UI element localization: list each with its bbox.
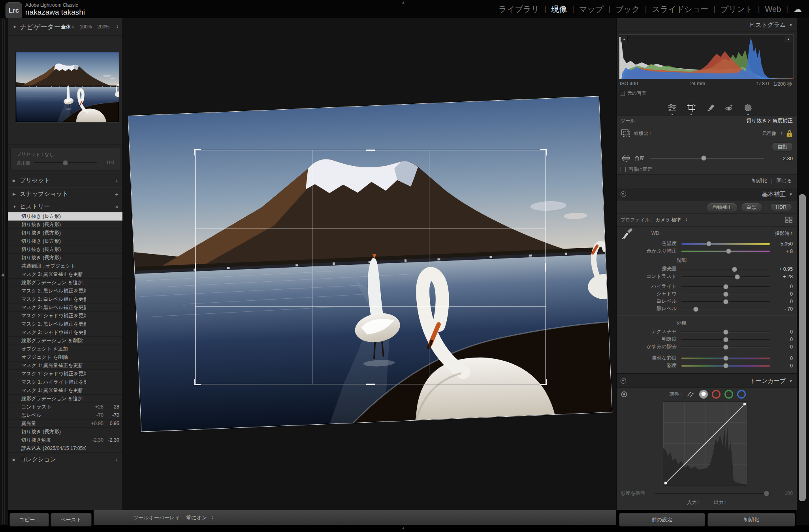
curve-saturation-thumb[interactable]: [764, 491, 769, 496]
slider-track[interactable]: [681, 251, 770, 252]
slider-thumb[interactable]: [723, 337, 728, 342]
slider-thumb[interactable]: [706, 241, 711, 246]
add-collection-icon[interactable]: +: [115, 456, 119, 463]
auto-straighten-button[interactable]: 自動: [772, 142, 793, 152]
slider-track[interactable]: [681, 365, 770, 367]
zoom-100-button[interactable]: 100%: [80, 24, 92, 30]
crop-handle-bottom[interactable]: [366, 384, 375, 385]
history-row[interactable]: マスク 2: シャドウ補正を更新: [8, 312, 122, 320]
history-row[interactable]: 切り抜き (長方形): [8, 221, 122, 229]
history-panel-header[interactable]: ▼ ヒストリー ×: [8, 200, 122, 212]
slider-thumb[interactable]: [723, 363, 728, 368]
history-row[interactable]: コントラスト +28 28: [8, 403, 122, 411]
adjustments-tool-icon[interactable]: [667, 103, 677, 115]
angle-tool-icon[interactable]: [621, 154, 632, 162]
history-row[interactable]: マスク 2: 黒レベル補正を更新: [8, 303, 122, 312]
shadow-clipping-indicator[interactable]: ▲: [621, 36, 628, 42]
red-channel-button[interactable]: [712, 390, 721, 399]
history-row[interactable]: 共通範囲 : オブジェクト: [8, 262, 122, 270]
heal-tool-icon[interactable]: [705, 103, 715, 115]
slider-track[interactable]: [681, 332, 770, 332]
presets-panel-header[interactable]: ▶ プリセット +: [8, 174, 122, 187]
right-scrollbar-thumb[interactable]: [799, 194, 806, 501]
point-curve-channel-button[interactable]: [699, 390, 708, 399]
history-row[interactable]: 切り抜き (長方形): [8, 245, 122, 254]
original-photo-checkbox[interactable]: [620, 91, 625, 96]
preset-amount-thumb[interactable]: [63, 160, 68, 165]
crop-tool-icon[interactable]: [686, 103, 696, 115]
crop-handle-top-left[interactable]: [194, 149, 201, 155]
profile-browser-icon[interactable]: [785, 216, 793, 223]
slider-track[interactable]: [681, 347, 770, 347]
history-row[interactable]: マスク 3: 露光量補正を更新: [8, 270, 122, 279]
zoom-200-button[interactable]: 200%: [97, 24, 109, 30]
snapshots-panel-header[interactable]: ▶ スナップショット +: [8, 187, 122, 200]
preset-amount-track[interactable]: [34, 162, 97, 163]
module-tab[interactable]: ブック: [615, 4, 640, 15]
aspect-lock-icon[interactable]: [786, 130, 793, 137]
slider-thumb[interactable]: [723, 345, 728, 350]
crop-handle-bottom-right[interactable]: [540, 379, 547, 385]
crop-handle-top-right[interactable]: [540, 149, 547, 155]
wb-value[interactable]: 撮影時: [775, 230, 789, 237]
aspect-ratio-icon[interactable]: [621, 129, 631, 138]
panel-switch-icon[interactable]: [621, 378, 626, 384]
history-row[interactable]: マスク 2: 黒レベル補正を更新: [8, 287, 122, 295]
white-balance-eyedropper-icon[interactable]: [621, 227, 634, 239]
history-row[interactable]: 切り抜き (長方形): [8, 428, 122, 436]
curve-saturation-track[interactable]: [655, 493, 770, 494]
slider-track[interactable]: [681, 286, 770, 287]
slider-thumb[interactable]: [723, 292, 728, 297]
slider-thumb[interactable]: [732, 267, 737, 272]
slider-thumb[interactable]: [726, 249, 731, 254]
slider-thumb[interactable]: [735, 274, 740, 279]
auto-settings-button[interactable]: 自動補正: [707, 203, 738, 212]
history-row[interactable]: マスク 2: 白レベル補正を更新: [8, 295, 122, 303]
slider-track[interactable]: [681, 301, 770, 302]
history-row[interactable]: マスク 1: シャドウ補正を更新: [8, 370, 122, 378]
basic-panel-header[interactable]: 基本補正▼: [617, 187, 797, 201]
slider-track[interactable]: [681, 269, 770, 270]
crop-overlay[interactable]: [195, 150, 546, 384]
history-row[interactable]: マスク 2: 黒レベル補正を更新: [8, 320, 122, 328]
crop-handle-right[interactable]: [545, 263, 546, 272]
crop-reset-button[interactable]: 初期化: [752, 177, 767, 184]
crop-close-button[interactable]: 閉じる: [776, 177, 792, 184]
crop-handle-top[interactable]: [366, 150, 375, 151]
history-row[interactable]: 切り抜き (長方形): [8, 212, 122, 221]
tool-overlay-value[interactable]: 常にオン: [186, 514, 207, 521]
collapse-top-panel-arrow[interactable]: ▲: [401, 0, 405, 4]
history-row[interactable]: 線形グラデーション を削除: [8, 337, 122, 345]
navigator-header[interactable]: ▼ ナビゲーター 全体▲▼ 100% 200% ▲▼: [8, 18, 122, 36]
history-row[interactable]: 露光量 +0.95 0.95: [8, 420, 122, 428]
history-row[interactable]: オブジェクト を追加: [8, 345, 122, 353]
slider-track[interactable]: [681, 294, 770, 294]
blue-channel-button[interactable]: [737, 390, 746, 399]
profile-value[interactable]: カメラ 標準: [655, 217, 681, 223]
slider-thumb[interactable]: [723, 284, 728, 289]
history-row[interactable]: 切り抜き (長方形): [8, 229, 122, 237]
parametric-curve-icon[interactable]: [686, 390, 695, 399]
targeted-adjustment-icon[interactable]: [621, 391, 628, 398]
angle-slider-track[interactable]: [650, 158, 764, 159]
history-row[interactable]: 切り抜き (長方形): [8, 254, 122, 262]
black-white-button[interactable]: 白黒: [741, 203, 762, 212]
history-row[interactable]: 線形グラデーション を追加: [8, 395, 122, 403]
slider-track[interactable]: [681, 243, 770, 245]
module-tab[interactable]: ライブラリ: [499, 4, 539, 15]
slider-track[interactable]: [681, 358, 770, 359]
histogram-header[interactable]: ヒストグラム▼: [617, 18, 797, 32]
history-row[interactable]: 読み込み (2025/04/15 17:05:00): [8, 444, 122, 453]
history-row[interactable]: マスク 1: 露光量補正を更新: [8, 362, 122, 370]
angle-slider-thumb[interactable]: [701, 155, 706, 161]
crop-handle-left[interactable]: [195, 263, 196, 272]
slider-thumb[interactable]: [723, 356, 728, 361]
copy-settings-button[interactable]: コピー...: [9, 513, 49, 526]
clear-history-icon[interactable]: ×: [115, 203, 119, 210]
module-tab[interactable]: Web: [765, 5, 781, 14]
history-row[interactable]: 切り抜き (長方形): [8, 237, 122, 245]
slider-track[interactable]: [681, 309, 770, 309]
aspect-ratio-value[interactable]: 元画像: [762, 130, 776, 137]
add-preset-icon[interactable]: +: [115, 177, 119, 184]
collections-panel-header[interactable]: ▶ コレクション +: [8, 453, 122, 466]
